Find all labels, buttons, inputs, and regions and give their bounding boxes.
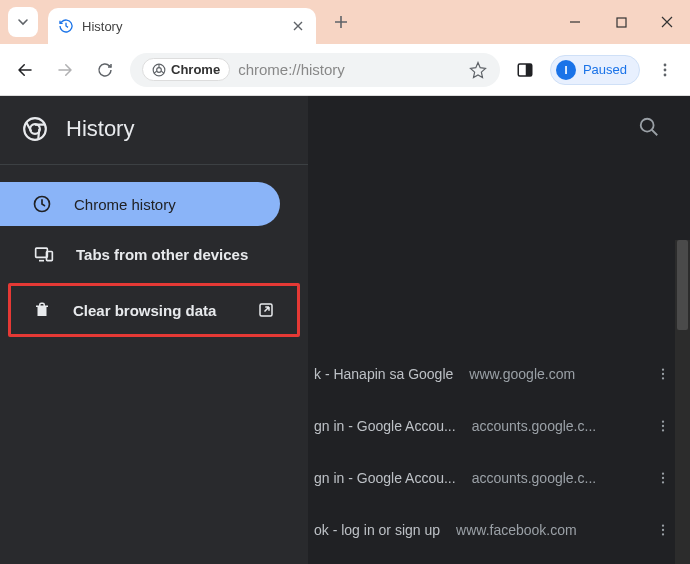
svg-point-15	[641, 119, 654, 132]
tab-title: History	[82, 19, 282, 34]
sidebar-header: History	[0, 96, 308, 164]
sidebar-item-label: Clear browsing data	[73, 302, 216, 319]
chrome-logo-icon	[152, 63, 166, 77]
sidebar-item-label: Tabs from other devices	[76, 246, 248, 263]
history-row[interactable]: ok - log in or sign up www.facebook.com	[308, 504, 690, 556]
history-icon	[58, 18, 74, 34]
history-row[interactable]: gn in - Google Accou... accounts.google.…	[308, 400, 690, 452]
forward-button[interactable]	[50, 55, 80, 85]
svg-point-2	[157, 67, 162, 72]
tab-strip: History	[0, 0, 690, 44]
svg-point-19	[662, 420, 664, 422]
history-sidebar: History Chrome history Tabs from other d…	[0, 96, 308, 564]
svg-rect-13	[38, 306, 47, 316]
close-window-button[interactable]	[644, 0, 690, 44]
reload-button[interactable]	[90, 55, 120, 85]
history-row-domain: www.facebook.com	[456, 522, 577, 538]
address-bar[interactable]: Chrome chrome://history	[130, 53, 500, 87]
svg-rect-11	[36, 248, 48, 257]
tab-close-button[interactable]	[290, 18, 306, 34]
back-button[interactable]	[10, 55, 40, 85]
open-external-icon	[257, 301, 275, 319]
profile-button[interactable]: I Paused	[550, 55, 640, 85]
history-row-title: ok - log in or sign up	[314, 522, 440, 538]
history-row-title: k - Hanapin sa Google	[314, 366, 453, 382]
history-main: k - Hanapin sa Google www.google.com gn …	[308, 96, 690, 564]
history-list: k - Hanapin sa Google www.google.com gn …	[308, 348, 690, 556]
history-row[interactable]: k - Hanapin sa Google www.google.com	[308, 348, 690, 400]
divider	[0, 164, 308, 165]
svg-point-8	[24, 118, 46, 140]
bookmark-star-button[interactable]	[468, 61, 488, 79]
svg-rect-0	[617, 18, 626, 27]
sidebar-item-label: Chrome history	[74, 196, 176, 213]
minimize-button[interactable]	[552, 0, 598, 44]
svg-point-21	[662, 429, 664, 431]
browser-toolbar: Chrome chrome://history I Paused	[0, 44, 690, 96]
row-more-button[interactable]	[652, 467, 674, 489]
svg-point-6	[664, 68, 667, 71]
content-area: History Chrome history Tabs from other d…	[0, 96, 690, 564]
clock-icon	[32, 194, 52, 214]
history-row-domain: accounts.google.c...	[472, 470, 597, 486]
url-text: chrome://history	[238, 61, 460, 78]
tabs-dropdown-button[interactable]	[8, 7, 38, 37]
svg-point-22	[662, 472, 664, 474]
browser-tab[interactable]: History	[48, 8, 316, 44]
search-button[interactable]	[638, 116, 660, 138]
svg-point-7	[664, 73, 667, 76]
svg-point-25	[662, 524, 664, 526]
history-row-domain: www.google.com	[469, 366, 575, 382]
profile-status-label: Paused	[583, 62, 627, 77]
row-more-button[interactable]	[652, 415, 674, 437]
svg-point-24	[662, 481, 664, 483]
history-row-title: gn in - Google Accou...	[314, 470, 456, 486]
new-tab-button[interactable]	[326, 7, 356, 37]
sidebar-item-tabs-other-devices[interactable]: Tabs from other devices	[12, 232, 296, 276]
svg-point-23	[662, 477, 664, 479]
window-controls	[552, 0, 690, 44]
history-row-title: gn in - Google Accou...	[314, 418, 456, 434]
maximize-button[interactable]	[598, 0, 644, 44]
svg-point-26	[662, 529, 664, 531]
svg-rect-4	[526, 64, 532, 76]
svg-point-17	[662, 373, 664, 375]
sidebar-item-chrome-history[interactable]: Chrome history	[0, 182, 280, 226]
row-more-button[interactable]	[652, 519, 674, 541]
svg-point-27	[662, 533, 664, 535]
chrome-chip-label: Chrome	[171, 62, 220, 77]
history-row-domain: accounts.google.c...	[472, 418, 597, 434]
profile-avatar: I	[556, 60, 576, 80]
chrome-outline-icon	[22, 116, 48, 142]
kebab-menu-button[interactable]	[650, 55, 680, 85]
scrollbar-thumb[interactable]	[677, 240, 688, 330]
trash-icon	[33, 300, 51, 320]
scrollbar[interactable]	[675, 240, 690, 564]
sidebar-title: History	[66, 116, 134, 142]
svg-point-20	[662, 425, 664, 427]
side-panel-button[interactable]	[510, 55, 540, 85]
sidebar-item-clear-browsing-data[interactable]: Clear browsing data	[8, 283, 300, 337]
svg-point-18	[662, 377, 664, 379]
svg-point-5	[664, 63, 667, 66]
chrome-chip: Chrome	[142, 58, 230, 81]
history-row[interactable]: gn in - Google Accou... accounts.google.…	[308, 452, 690, 504]
row-more-button[interactable]	[652, 363, 674, 385]
svg-point-16	[662, 368, 664, 370]
devices-icon	[34, 244, 54, 264]
